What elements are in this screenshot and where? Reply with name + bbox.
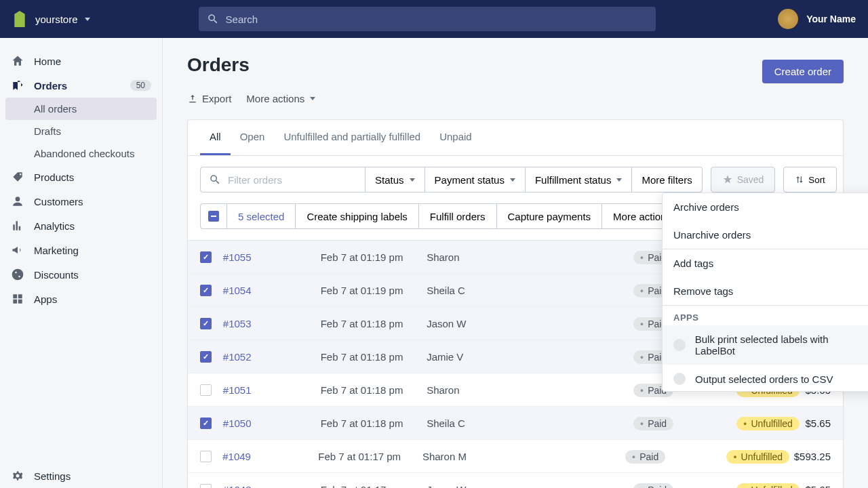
order-id-link[interactable]: #1049	[222, 451, 318, 462]
more-actions-label: More actions	[246, 93, 304, 104]
bulk-select-all-checkbox[interactable]	[200, 203, 227, 229]
sidebar-item-all-orders[interactable]: All orders	[5, 98, 157, 120]
user-menu[interactable]: Your Name	[778, 9, 856, 29]
order-fulfillment: Unfulfilled	[736, 483, 806, 489]
sidebar-item-orders[interactable]: Orders50	[0, 73, 162, 98]
row-checkbox[interactable]	[200, 318, 212, 329]
export-label: Export	[202, 93, 231, 104]
dropdown-app-item[interactable]: Bulk print selected labels with LabelBot	[663, 325, 868, 365]
chevron-down-icon	[616, 178, 622, 182]
sidebar-item-drafts[interactable]: Drafts	[0, 120, 162, 142]
order-total: $5.65	[805, 418, 831, 429]
tab-all[interactable]: All	[200, 120, 231, 155]
row-checkbox[interactable]	[200, 484, 212, 489]
order-id-link[interactable]: #1050	[223, 418, 321, 429]
order-id-link[interactable]: #1053	[223, 318, 321, 329]
sort-button[interactable]: Sort	[783, 167, 836, 192]
chevron-down-icon	[510, 178, 515, 182]
export-button[interactable]: Export	[187, 93, 231, 104]
tag-icon	[11, 170, 24, 184]
filter-orders-input-wrap[interactable]	[200, 167, 366, 192]
export-icon	[187, 94, 198, 104]
sidebar-item-label: Analytics	[34, 220, 75, 232]
filter-payment-status[interactable]: Payment status	[425, 167, 526, 192]
order-id-link[interactable]: #1055	[223, 251, 321, 263]
search-icon	[207, 13, 219, 25]
star-icon	[722, 174, 733, 185]
order-id-link[interactable]: #1048	[223, 484, 321, 489]
sidebar-item-label: Orders	[34, 80, 67, 92]
dropdown-item-archive-orders[interactable]: Archive orders	[663, 193, 868, 221]
order-payment: Paid	[625, 449, 726, 464]
dropdown-item-remove-tags[interactable]: Remove tags	[663, 277, 868, 305]
order-total: $5.65	[805, 484, 831, 489]
store-selector[interactable]: yourstore	[35, 14, 90, 25]
tab-unfulfilled-and-partially-fulfilled[interactable]: Unfulfilled and partially fulfilled	[274, 120, 430, 155]
settings-label: Settings	[34, 470, 71, 482]
order-id-link[interactable]: #1051	[223, 384, 321, 396]
chevron-down-icon	[85, 18, 90, 21]
more-filters-button[interactable]: More filters	[632, 167, 702, 192]
apps-icon	[11, 292, 24, 306]
search-input[interactable]	[226, 14, 648, 25]
filter-status[interactable]: Status	[366, 167, 425, 192]
discount-icon	[11, 268, 24, 281]
filter-orders-input[interactable]	[228, 174, 357, 186]
page-more-actions-button[interactable]: More actions	[246, 93, 315, 104]
order-id-link[interactable]: #1052	[223, 351, 321, 363]
order-customer: Sharon	[427, 384, 633, 396]
dropdown-item-add-tags[interactable]: Add tags	[663, 249, 868, 277]
tab-open[interactable]: Open	[231, 120, 275, 155]
row-checkbox[interactable]	[200, 451, 212, 462]
fulfill-orders-button[interactable]: Fulfill orders	[419, 203, 497, 229]
order-id-link[interactable]: #1054	[223, 285, 321, 296]
sidebar-item-marketing[interactable]: Marketing	[0, 238, 162, 262]
row-checkbox[interactable]	[200, 418, 212, 429]
orders-icon	[11, 79, 24, 92]
sidebar-item-customers[interactable]: Customers	[0, 189, 162, 214]
gear-icon	[11, 469, 24, 483]
order-total: $593.25	[794, 451, 831, 462]
more-actions-dropdown: Archive ordersUnarchive ordersAdd tagsRe…	[662, 192, 868, 392]
sidebar-item-label: Apps	[34, 293, 57, 305]
main-content: Orders Create order Export More actions …	[163, 38, 868, 488]
sidebar-item-label: Products	[34, 171, 74, 183]
row-checkbox[interactable]	[200, 384, 212, 396]
sidebar-item-home[interactable]: Home	[0, 49, 162, 73]
page-title: Orders	[187, 54, 250, 76]
sidebar-item-analytics[interactable]: Analytics	[0, 214, 162, 238]
dropdown-app-item[interactable]: Output selected orders to CSV	[663, 365, 868, 391]
row-checkbox[interactable]	[200, 251, 212, 263]
filter-fulfillment-status[interactable]: Fulfillment status	[526, 167, 633, 192]
tab-unpaid[interactable]: Unpaid	[430, 120, 481, 155]
store-name: yourstore	[35, 14, 78, 25]
create-order-button[interactable]: Create order	[762, 60, 844, 83]
sidebar-badge: 50	[130, 80, 151, 91]
order-customer: Sharon M	[422, 451, 625, 462]
user-name: Your Name	[806, 14, 856, 24]
sidebar-item-apps[interactable]: Apps	[0, 287, 162, 311]
order-payment: Paid	[633, 483, 736, 489]
row-checkbox[interactable]	[200, 351, 212, 363]
order-date: Feb 7 at 01:19 pm	[321, 251, 427, 263]
order-row[interactable]: #1048Feb 7 at 01:17 pmJason WPaidUnfulfi…	[188, 473, 843, 488]
sidebar-item-label: Home	[34, 56, 61, 67]
create-shipping-labels-button[interactable]: Create shipping labels	[296, 203, 418, 229]
megaphone-icon	[11, 243, 24, 257]
chevron-down-icon	[410, 178, 415, 182]
sidebar: HomeOrders50All ordersDraftsAbandoned ch…	[0, 38, 163, 488]
sidebar-settings[interactable]: Settings	[0, 464, 162, 488]
order-fulfillment: Unfulfilled	[736, 416, 806, 430]
sidebar-item-abandoned-checkouts[interactable]: Abandoned checkouts	[0, 142, 162, 165]
order-row[interactable]: #1049Feb 7 at 01:17 pmSharon MPaidUnfulf…	[188, 440, 843, 473]
row-checkbox[interactable]	[200, 285, 212, 296]
order-row[interactable]: #1050Feb 7 at 01:18 pmSheila CPaidUnfulf…	[188, 407, 843, 440]
sidebar-item-products[interactable]: Products	[0, 165, 162, 189]
order-date: Feb 7 at 01:19 pm	[321, 285, 427, 296]
home-icon	[11, 54, 24, 68]
sidebar-item-discounts[interactable]: Discounts	[0, 262, 162, 287]
capture-payments-button[interactable]: Capture payments	[497, 203, 603, 229]
search-box[interactable]	[199, 7, 656, 31]
sidebar-item-label: Drafts	[34, 125, 61, 137]
dropdown-item-unarchive-orders[interactable]: Unarchive orders	[663, 221, 868, 249]
